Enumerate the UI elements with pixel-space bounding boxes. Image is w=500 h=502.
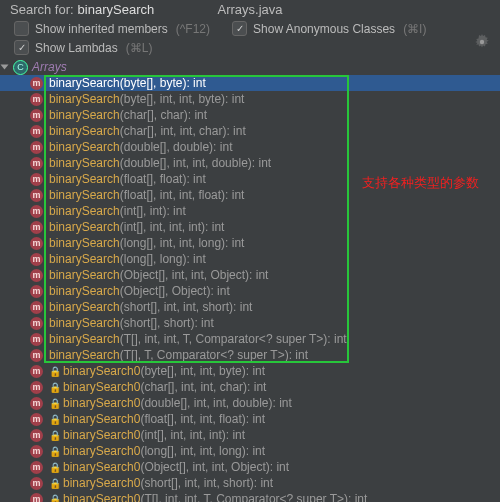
method-name: binarySearch <box>49 172 120 186</box>
method-icon: m <box>30 157 43 170</box>
method-icon: m <box>30 317 43 330</box>
method-signature: (Object[], int, int, Object): int <box>120 268 269 282</box>
method-row[interactable]: mbinarySearch(double[], double): int <box>0 139 500 155</box>
method-row[interactable]: m🔒binarySearch0(double[], int, int, doub… <box>0 395 500 411</box>
method-signature: (byte[], int, int, byte): int <box>120 92 245 106</box>
checkbox-box <box>14 40 29 55</box>
method-row[interactable]: mbinarySearch(float[], int, int, float):… <box>0 187 500 203</box>
method-icon: m <box>30 429 43 442</box>
method-signature: (double[], int, int, double): int <box>140 396 291 410</box>
method-signature: (float[], int, int, float): int <box>140 412 265 426</box>
method-signature: (int[], int): int <box>120 204 186 218</box>
checkbox-show-lambdas[interactable]: Show Lambdas (⌘L) <box>14 40 152 55</box>
file-name: Arrays.java <box>217 2 282 17</box>
method-row[interactable]: mbinarySearch(short[], int, int, short):… <box>0 299 500 315</box>
class-name: Arrays <box>32 60 67 74</box>
method-row[interactable]: mbinarySearch(double[], int, int, double… <box>0 155 500 171</box>
method-name: binarySearch0 <box>63 380 140 394</box>
header: Search for: binarySearch Arrays.java Sho… <box>0 0 500 57</box>
method-name: binarySearch <box>49 188 120 202</box>
method-signature: (double[], int, int, double): int <box>120 156 271 170</box>
method-signature: (byte[], int, int, byte): int <box>140 364 265 378</box>
method-icon: m <box>30 77 43 90</box>
tree: C Arrays mbinarySearch(byte[], byte): in… <box>0 57 500 502</box>
method-row[interactable]: m🔒binarySearch0(char[], int, int, char):… <box>0 379 500 395</box>
title-row: Search for: binarySearch Arrays.java <box>10 2 490 19</box>
method-name: binarySearch <box>49 316 120 330</box>
method-row[interactable]: mbinarySearch(int[], int, int, int): int <box>0 219 500 235</box>
method-row[interactable]: mbinarySearch(T[], int, int, T, Comparat… <box>0 331 500 347</box>
method-signature: (float[], int, int, float): int <box>120 188 245 202</box>
method-signature: (Object[], int, int, Object): int <box>140 460 289 474</box>
method-icon: m <box>30 461 43 474</box>
method-row[interactable]: mbinarySearch(int[], int): int <box>0 203 500 219</box>
checkbox-show-anonymous[interactable]: Show Anonymous Classes (⌘I) <box>232 21 426 36</box>
method-icon: m <box>30 125 43 138</box>
method-row[interactable]: m🔒binarySearch0(short[], int, int, short… <box>0 475 500 491</box>
method-row[interactable]: m🔒binarySearch0(int[], int, int, int): i… <box>0 427 500 443</box>
method-signature: (long[], long): int <box>120 252 206 266</box>
method-name: binarySearch <box>49 268 120 282</box>
method-row[interactable]: mbinarySearch(T[], T, Comparator<? super… <box>0 347 500 363</box>
chevron-down-icon <box>1 65 9 70</box>
method-row[interactable]: m🔒binarySearch0(long[], int, int, long):… <box>0 443 500 459</box>
method-icon: m <box>30 365 43 378</box>
checkbox-box <box>232 21 247 36</box>
checkbox-hint: (^F12) <box>176 22 210 36</box>
method-row[interactable]: mbinarySearch(char[], char): int <box>0 107 500 123</box>
method-signature: (byte[], byte): int <box>120 76 206 90</box>
method-name: binarySearch <box>49 108 120 122</box>
method-row[interactable]: mbinarySearch(float[], float): int <box>0 171 500 187</box>
method-row[interactable]: m🔒binarySearch0(float[], int, int, float… <box>0 411 500 427</box>
method-name: binarySearch <box>49 284 120 298</box>
checkbox-show-inherited[interactable]: Show inherited members (^F12) <box>14 21 210 36</box>
checkbox-hint: (⌘I) <box>403 22 426 36</box>
method-signature: (int[], int, int, int): int <box>140 428 245 442</box>
method-signature: (short[], short): int <box>120 316 214 330</box>
method-name: binarySearch <box>49 92 120 106</box>
method-icon: m <box>30 189 43 202</box>
method-row[interactable]: mbinarySearch(byte[], byte): int <box>0 75 500 91</box>
method-name: binarySearch0 <box>63 364 140 378</box>
method-name: binarySearch0 <box>63 460 140 474</box>
method-row[interactable]: mbinarySearch(Object[], int, int, Object… <box>0 267 500 283</box>
method-signature: (T[], T, Comparator<? super T>): int <box>120 348 308 362</box>
gear-icon[interactable] <box>474 34 490 53</box>
method-row[interactable]: m🔒binarySearch0(Object[], int, int, Obje… <box>0 459 500 475</box>
lock-icon: 🔒 <box>49 462 59 473</box>
method-signature: (short[], int, int, short): int <box>140 476 273 490</box>
method-name: binarySearch <box>49 140 120 154</box>
method-name: binarySearch0 <box>63 476 140 490</box>
checkbox-label: Show Lambdas <box>35 41 118 55</box>
method-signature: (double[], double): int <box>120 140 233 154</box>
method-row[interactable]: mbinarySearch(byte[], int, int, byte): i… <box>0 91 500 107</box>
lock-icon: 🔒 <box>49 382 59 393</box>
method-name: binarySearch <box>49 300 120 314</box>
method-name: binarySearch <box>49 332 120 346</box>
checkbox-box <box>14 21 29 36</box>
method-signature: (int[], int, int, int): int <box>120 220 225 234</box>
search-label: Search for: <box>10 2 74 17</box>
method-signature: (long[], int, int, long): int <box>120 236 245 250</box>
lock-icon: 🔒 <box>49 446 59 457</box>
lock-icon: 🔒 <box>49 478 59 489</box>
method-row[interactable]: mbinarySearch(char[], int, int, char): i… <box>0 123 500 139</box>
method-name: binarySearch <box>49 236 120 250</box>
method-row[interactable]: mbinarySearch(long[], long): int <box>0 251 500 267</box>
method-icon: m <box>30 493 43 503</box>
method-icon: m <box>30 285 43 298</box>
method-row[interactable]: mbinarySearch(Object[], Object): int <box>0 283 500 299</box>
method-icon: m <box>30 253 43 266</box>
method-name: binarySearch0 <box>63 444 140 458</box>
method-name: binarySearch <box>49 124 120 138</box>
options-row: Show inherited members (^F12) Show Anony… <box>10 19 490 38</box>
class-node[interactable]: C Arrays <box>0 59 500 75</box>
method-name: binarySearch0 <box>63 396 140 410</box>
lock-icon: 🔒 <box>49 494 59 503</box>
method-icon: m <box>30 333 43 346</box>
method-row[interactable]: mbinarySearch(short[], short): int <box>0 315 500 331</box>
method-icon: m <box>30 413 43 426</box>
method-row[interactable]: m🔒binarySearch0(byte[], int, int, byte):… <box>0 363 500 379</box>
method-row[interactable]: mbinarySearch(long[], int, int, long): i… <box>0 235 500 251</box>
method-row[interactable]: m🔒binarySearch0(T[], int, int, T, Compar… <box>0 491 500 502</box>
